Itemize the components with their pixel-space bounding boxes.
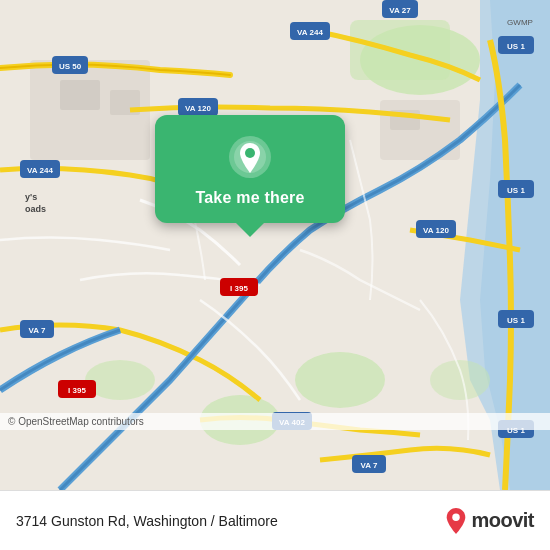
- svg-point-49: [245, 148, 255, 158]
- svg-text:oads: oads: [25, 204, 46, 214]
- svg-text:GWMP: GWMP: [507, 18, 533, 27]
- svg-text:I 395: I 395: [230, 284, 248, 293]
- svg-rect-10: [60, 80, 100, 110]
- svg-point-7: [295, 352, 385, 408]
- moovit-brand-text: moovit: [471, 509, 534, 532]
- moovit-logo: moovit: [445, 508, 534, 534]
- svg-text:US 1: US 1: [507, 186, 525, 195]
- svg-point-50: [453, 513, 460, 520]
- svg-point-8: [430, 360, 490, 400]
- map-container: US 50 VA 244 VA 244 VA 120 VA 7 I 395 I …: [0, 0, 550, 490]
- address-label: 3714 Gunston Rd, Washington / Baltimore: [16, 513, 278, 529]
- svg-text:US 1: US 1: [507, 42, 525, 51]
- osm-credit-text: © OpenStreetMap contributors: [8, 416, 144, 427]
- svg-text:I 395: I 395: [68, 386, 86, 395]
- svg-text:US 1: US 1: [507, 316, 525, 325]
- popup-bubble[interactable]: Take me there: [155, 115, 345, 223]
- svg-text:VA 120: VA 120: [185, 104, 211, 113]
- svg-text:y's: y's: [25, 192, 37, 202]
- location-pin-icon: [228, 135, 272, 179]
- bottom-bar: 3714 Gunston Rd, Washington / Baltimore …: [0, 490, 550, 550]
- svg-text:VA 120: VA 120: [423, 226, 449, 235]
- take-me-there-button[interactable]: Take me there: [195, 189, 304, 207]
- svg-text:US 50: US 50: [59, 62, 82, 71]
- svg-text:VA 244: VA 244: [297, 28, 323, 37]
- svg-text:VA 7: VA 7: [361, 461, 378, 470]
- moovit-logo-icon: [445, 508, 467, 534]
- svg-text:VA 7: VA 7: [29, 326, 46, 335]
- svg-text:VA 244: VA 244: [27, 166, 53, 175]
- svg-text:VA 27: VA 27: [389, 6, 411, 15]
- osm-credit-bar: © OpenStreetMap contributors: [0, 413, 550, 430]
